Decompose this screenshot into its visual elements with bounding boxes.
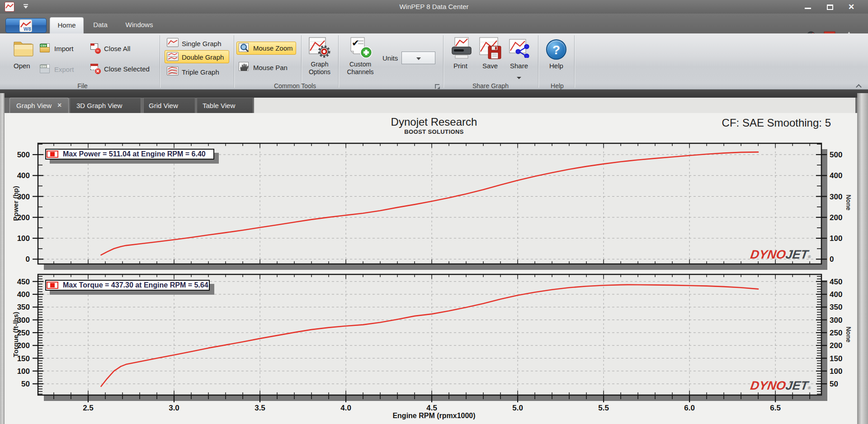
close-selected-button[interactable]: Close Selected xyxy=(104,65,150,73)
maximize-button[interactable] xyxy=(826,4,835,10)
power-series-swatch xyxy=(47,151,58,158)
dynojet-logo: DYNOJET® xyxy=(750,379,812,393)
triple-graph-button[interactable]: Triple Graph xyxy=(182,68,219,76)
tab-grid-view[interactable]: Grid View xyxy=(143,98,195,113)
power-axis-label: Power (hp) xyxy=(12,186,19,221)
close-tab-icon[interactable]: × xyxy=(57,101,61,109)
mouse-pan-icon xyxy=(239,62,250,72)
graph-view-panel xyxy=(0,113,868,424)
share-graph-group-label: Share Graph xyxy=(468,82,513,90)
group-separator xyxy=(160,35,160,88)
triple-graph-icon xyxy=(167,66,179,75)
window-right-edge xyxy=(857,93,868,424)
mouse-pan-button[interactable]: Mouse Pan xyxy=(253,64,288,71)
units-dropdown[interactable] xyxy=(401,52,435,64)
share-button[interactable]: Share xyxy=(510,62,528,70)
close-all-icon[interactable]: – xyxy=(90,43,101,54)
close-all-button[interactable]: Close All xyxy=(104,45,130,52)
print-button[interactable]: Print xyxy=(453,62,467,70)
group-separator xyxy=(574,35,575,88)
power-right-axis-label: None xyxy=(845,195,852,211)
ribbon-collapse-icon[interactable] xyxy=(856,84,861,88)
help-icon[interactable]: ? xyxy=(546,39,566,60)
torque-axis-label: Torque (ft-lbs) xyxy=(12,312,19,358)
power-legend[interactable]: Max Power = 511.04 at Engine RPM = 6.40 xyxy=(45,149,214,160)
graph-options-button[interactable]: GraphOptions xyxy=(303,61,336,76)
close-button[interactable]: ✕ xyxy=(847,4,855,10)
graph-subtitle: BOOST SOLUTIONS xyxy=(298,128,570,135)
print-icon[interactable] xyxy=(451,37,472,60)
window-title: WinPEP 8 Data Center xyxy=(0,3,868,10)
group-separator xyxy=(538,35,538,88)
graph-title: Dynojet Research xyxy=(298,116,570,128)
open-button[interactable]: Open xyxy=(14,62,30,70)
group-separator xyxy=(443,35,443,88)
import-button[interactable]: Import xyxy=(54,45,74,52)
share-icon[interactable] xyxy=(509,39,531,58)
double-graph-button[interactable]: Double Graph xyxy=(182,53,224,61)
open-folder-icon[interactable] xyxy=(13,39,34,59)
export-button: Export xyxy=(54,66,74,73)
x-axis-label: Engine RPM (rpmx1000) xyxy=(298,412,570,420)
import-icon[interactable]: CSV xyxy=(40,43,51,53)
svg-text:W8: W8 xyxy=(24,26,31,32)
ribbon: Open CSV Import CSV Export – Close All ✕… xyxy=(0,33,868,90)
mouse-zoom-icon xyxy=(239,43,250,53)
torque-right-axis-label: None xyxy=(845,327,852,343)
minimize-button[interactable] xyxy=(804,4,812,10)
ribbon-tab-row: W8 Home Data Windows xyxy=(0,14,868,33)
custom-channels-icon[interactable]: ✔ xyxy=(349,37,373,59)
tab-home[interactable]: Home xyxy=(50,17,84,33)
tab-bar-background xyxy=(254,98,855,113)
single-graph-icon xyxy=(167,38,179,47)
correction-factor-label: CF: SAE Smoothing: 5 xyxy=(624,117,850,129)
export-icon: CSV xyxy=(40,64,51,74)
units-label: Units xyxy=(382,54,398,62)
custom-channels-button[interactable]: CustomChannels xyxy=(343,61,378,76)
common-tools-group-label: Common Tools xyxy=(271,82,319,90)
tab-windows[interactable]: Windows xyxy=(118,17,160,33)
title-bar: WinPEP 8 Data Center ✕ xyxy=(0,0,868,14)
application-menu-button[interactable]: W8 xyxy=(5,18,47,33)
tab-graph-view[interactable]: Graph View × xyxy=(9,98,69,113)
double-graph-icon xyxy=(167,52,179,61)
torque-legend[interactable]: Max Torque = 437.30 at Engine RPM = 5.64 xyxy=(45,280,210,291)
help-group-label: Help xyxy=(540,82,574,90)
button-separator xyxy=(234,35,234,88)
tab-table-view[interactable]: Table View xyxy=(197,98,253,113)
dynojet-logo: DYNOJET® xyxy=(750,248,812,262)
save-button[interactable]: Save xyxy=(482,62,498,70)
help-button[interactable]: Help xyxy=(549,62,563,70)
window-left-edge xyxy=(0,93,5,424)
svg-text:✔: ✔ xyxy=(352,38,359,48)
document-tab-bar: Graph View × 3D Graph View Grid View Tab… xyxy=(0,98,868,113)
torque-series-swatch xyxy=(47,282,58,289)
button-separator xyxy=(338,35,339,88)
close-selected-icon[interactable]: ✕ xyxy=(90,63,101,74)
single-graph-button[interactable]: Single Graph xyxy=(182,40,222,47)
button-separator xyxy=(301,35,302,88)
tab-data[interactable]: Data xyxy=(86,17,115,33)
file-group-label: File xyxy=(63,82,102,90)
tab-3d-graph-view[interactable]: 3D Graph View xyxy=(70,98,141,113)
graph-options-icon[interactable] xyxy=(309,37,331,59)
winpep-logo-icon: W8 xyxy=(19,19,32,32)
mouse-zoom-button[interactable]: Mouse Zoom xyxy=(253,44,293,52)
ribbon-bottom-strip xyxy=(0,90,868,98)
dialog-launcher-icon[interactable] xyxy=(435,84,439,89)
share-dropdown-arrow[interactable] xyxy=(517,77,521,79)
save-icon[interactable] xyxy=(479,37,502,60)
